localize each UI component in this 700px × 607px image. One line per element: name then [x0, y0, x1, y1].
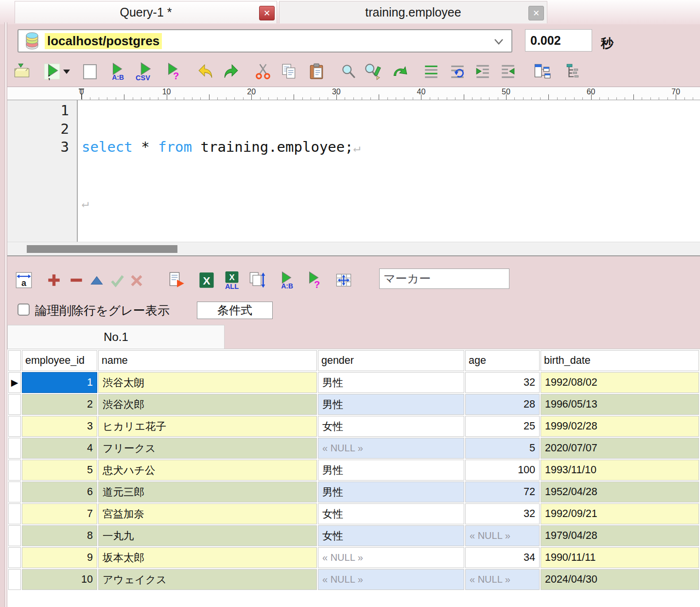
column-header-gender[interactable]: gender: [318, 350, 464, 371]
row-selector[interactable]: [8, 438, 21, 459]
row-selector[interactable]: [8, 569, 21, 590]
open-file-button[interactable]: [13, 61, 31, 82]
tab-training-employee[interactable]: training.employee ✕: [279, 1, 547, 23]
cell-gender[interactable]: 女性: [318, 525, 464, 546]
cell-name[interactable]: フリークス: [98, 438, 317, 459]
cell-age[interactable]: « NULL »: [465, 569, 540, 590]
post-changes-button[interactable]: [108, 270, 126, 290]
undo-button[interactable]: [196, 61, 215, 82]
cell-birth-date[interactable]: 2020/07/07: [541, 438, 699, 459]
cell-gender[interactable]: 男性: [318, 394, 464, 415]
run-options-dropdown[interactable]: [62, 61, 71, 82]
cell-age[interactable]: 34: [465, 547, 540, 568]
column-header-birth-date[interactable]: birth_date: [541, 350, 699, 371]
cancel-changes-button[interactable]: [127, 270, 146, 290]
cell-name[interactable]: ヒカリエ花子: [98, 416, 317, 437]
paste-button[interactable]: [307, 61, 326, 82]
cell-birth-date[interactable]: 1993/11/10: [541, 460, 699, 481]
row-selector[interactable]: ▶: [8, 372, 21, 393]
outline-tree-button[interactable]: [564, 61, 582, 82]
cell-age[interactable]: « NULL »: [465, 525, 540, 546]
cell-employee-id[interactable]: 5: [22, 460, 97, 481]
cell-name[interactable]: 渋谷太朗: [98, 372, 317, 393]
scrollbar-thumb[interactable]: [27, 245, 177, 253]
cell-name[interactable]: 道元三郎: [98, 482, 317, 502]
cell-name[interactable]: 忠犬ハチ公: [98, 460, 317, 481]
cell-age[interactable]: 25: [465, 416, 540, 437]
cell-name[interactable]: 宮益加奈: [98, 503, 317, 524]
elapsed-time-field[interactable]: 0.002: [525, 29, 592, 52]
export-results-button[interactable]: [167, 270, 186, 290]
cell-employee-id[interactable]: 4: [22, 438, 97, 459]
row-selector[interactable]: [8, 482, 21, 502]
row-selector[interactable]: [8, 525, 21, 546]
cell-birth-date[interactable]: 1999/02/28: [541, 416, 699, 437]
cell-gender[interactable]: 男性: [318, 372, 464, 393]
explain-plan-button[interactable]: ?: [163, 61, 182, 82]
row-selector[interactable]: [8, 394, 21, 415]
cell-age[interactable]: 100: [465, 460, 540, 481]
tab-query-1[interactable]: Query-1 * ✕: [15, 1, 277, 23]
close-tab-icon[interactable]: ✕: [259, 6, 275, 20]
cell-name[interactable]: 渋谷次郎: [98, 394, 317, 415]
export-excel-button[interactable]: X: [197, 270, 216, 290]
cell-birth-date[interactable]: 1952/04/28: [541, 482, 699, 502]
format-sql-button[interactable]: [422, 61, 440, 82]
search-button[interactable]: [339, 61, 358, 82]
cell-age[interactable]: 32: [465, 503, 540, 524]
cell-gender[interactable]: 女性: [318, 503, 464, 524]
rerun-with-params-button[interactable]: A:B: [277, 270, 296, 290]
chevron-down-icon[interactable]: [493, 38, 505, 46]
copy-button[interactable]: [280, 61, 298, 82]
row-selector[interactable]: [8, 460, 21, 481]
edit-row-button[interactable]: [88, 270, 106, 290]
row-selector[interactable]: [8, 416, 21, 437]
cell-employee-id[interactable]: 2: [22, 394, 97, 415]
row-selector[interactable]: [8, 503, 21, 524]
column-header-employee-id[interactable]: employee_id: [22, 350, 97, 371]
cell-employee-id[interactable]: 6: [22, 482, 97, 502]
er-diagram-button[interactable]: [533, 61, 551, 82]
row-selector[interactable]: [8, 547, 21, 568]
editor-horizontal-scrollbar[interactable]: [7, 242, 700, 255]
cell-name[interactable]: アウェイクス: [98, 569, 317, 590]
delete-row-button[interactable]: [66, 270, 87, 290]
cell-age[interactable]: 72: [465, 482, 540, 502]
run-query-button[interactable]: ;: [43, 61, 61, 82]
cell-employee-id[interactable]: 8: [22, 525, 97, 546]
insert-row-button[interactable]: [44, 270, 64, 290]
cell-employee-id[interactable]: 3: [22, 416, 97, 437]
cell-birth-date[interactable]: 1996/05/13: [541, 394, 699, 415]
outdent-button[interactable]: [499, 61, 517, 82]
cell-name[interactable]: 一丸九: [98, 525, 317, 546]
column-header-name[interactable]: name: [98, 350, 317, 371]
cell-gender[interactable]: « NULL »: [318, 547, 464, 568]
replace-button[interactable]: [364, 61, 382, 82]
cell-gender[interactable]: « NULL »: [318, 438, 464, 459]
close-tab-icon[interactable]: ✕: [528, 6, 544, 20]
indent-button[interactable]: [473, 61, 492, 82]
copy-with-header-button[interactable]: [248, 270, 266, 290]
cell-gender[interactable]: 女性: [318, 416, 464, 437]
cell-age[interactable]: 28: [465, 394, 540, 415]
cell-name[interactable]: 坂本太郎: [98, 547, 317, 568]
cell-birth-date[interactable]: 2024/04/30: [541, 569, 699, 590]
cell-birth-date[interactable]: 1992/09/21: [541, 503, 699, 524]
jump-button[interactable]: [391, 61, 409, 82]
cell-employee-id[interactable]: 10: [22, 569, 97, 590]
cell-birth-date[interactable]: 1992/08/02: [541, 372, 699, 393]
connection-selector[interactable]: localhost/postgres: [18, 29, 512, 53]
rerun-explain-button[interactable]: ?: [304, 270, 323, 290]
run-with-params-button[interactable]: A:B: [108, 61, 126, 82]
column-header-age[interactable]: age: [465, 350, 540, 371]
fit-column-width-button[interactable]: a: [15, 270, 33, 290]
result-set-tab[interactable]: No.1: [7, 325, 225, 349]
condition-expression-button[interactable]: 条件式: [197, 302, 273, 319]
marker-input[interactable]: [379, 268, 509, 289]
cell-age[interactable]: 5: [465, 438, 540, 459]
cell-birth-date[interactable]: 1990/11/11: [541, 547, 699, 568]
sql-code-area[interactable]: select * from training.employee;↵ ↵: [79, 100, 700, 245]
cell-gender[interactable]: 男性: [318, 460, 464, 481]
cell-gender[interactable]: 男性: [318, 482, 464, 502]
header-row-selector[interactable]: [8, 350, 21, 371]
